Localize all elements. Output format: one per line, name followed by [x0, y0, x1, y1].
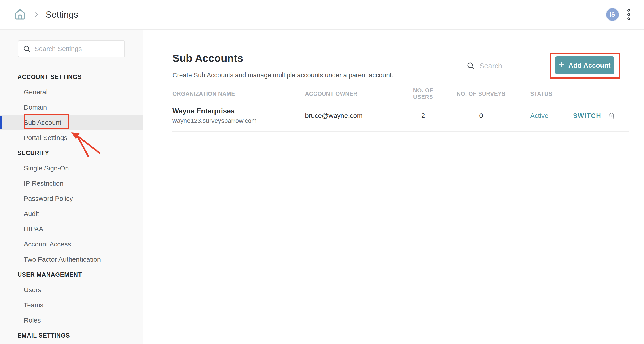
plus-icon: + — [559, 60, 564, 70]
sidebar-section-security: SECURITY — [0, 146, 143, 160]
table-row: Wayne Enterprises wayne123.surveysparrow… — [172, 100, 629, 132]
add-account-button[interactable]: + Add Account — [555, 56, 614, 74]
delete-account-button[interactable] — [608, 112, 616, 120]
page-subtitle: Create Sub Accounts and manage multiple … — [172, 72, 393, 79]
sidebar-item-hipaa[interactable]: HIPAA — [0, 222, 143, 237]
surveys-count-cell: 0 — [441, 112, 521, 120]
search-icon — [23, 45, 31, 53]
avatar[interactable]: IS — [606, 8, 620, 22]
column-header-no-of-users: NO. OF USERS — [405, 87, 441, 100]
sidebar-item-single-sign-on[interactable]: Single Sign-On — [0, 160, 143, 176]
sidebar-section-email-settings: EMAIL SETTINGS — [0, 328, 143, 343]
breadcrumb-chevron-icon — [33, 11, 40, 18]
kebab-menu-icon[interactable] — [626, 8, 632, 22]
sidebar-item-portal-settings[interactable]: Portal Settings — [0, 130, 143, 146]
column-header-no-of-surveys: NO. OF SURVEYS — [441, 90, 521, 97]
status-badge: Active — [521, 112, 562, 120]
sidebar-item-sub-account[interactable]: Sub Account — [0, 115, 143, 130]
table-search-input[interactable] — [480, 62, 531, 70]
sidebar-item-general[interactable]: General — [0, 84, 143, 100]
sidebar-item-teams[interactable]: Teams — [0, 298, 143, 313]
sidebar-search-input[interactable] — [34, 45, 120, 52]
home-icon — [14, 8, 26, 21]
page-title: Sub Accounts — [172, 52, 243, 64]
switch-button[interactable]: SWITCH — [573, 112, 601, 120]
table-search — [466, 60, 531, 71]
avatar-initials: IS — [610, 11, 616, 18]
sidebar-section-account-settings: ACCOUNT SETTINGS — [0, 69, 143, 84]
sub-accounts-page: Sub Accounts Create Sub Accounts and man… — [144, 30, 644, 344]
top-header: Settings IS — [0, 0, 644, 30]
settings-sidebar: ACCOUNT SETTINGS General Domain Sub Acco… — [0, 30, 143, 344]
table-header-row: ORGANIZATION NAME ACCOUNT OWNER NO. OF U… — [172, 87, 629, 100]
sidebar-item-ip-restriction[interactable]: IP Restriction — [0, 176, 143, 191]
sidebar-search-box — [18, 40, 125, 57]
organization-domain: wayne123.surveysparrow.com — [172, 117, 305, 124]
column-header-status: STATUS — [521, 90, 562, 97]
search-icon — [466, 62, 475, 70]
sidebar-item-audit[interactable]: Audit — [0, 206, 143, 222]
column-header-account-owner: ACCOUNT OWNER — [305, 90, 405, 97]
home-link[interactable] — [14, 8, 26, 21]
sidebar-item-domain[interactable]: Domain — [0, 100, 143, 115]
trash-icon — [608, 112, 616, 120]
sidebar-item-roles[interactable]: Roles — [0, 313, 143, 328]
sidebar-item-two-factor-authentication[interactable]: Two Factor Authentication — [0, 252, 143, 267]
breadcrumb-current: Settings — [46, 10, 78, 20]
organization-cell: Wayne Enterprises wayne123.surveysparrow… — [172, 107, 305, 124]
account-owner-cell: bruce@wayne.com — [305, 112, 405, 120]
row-actions: SWITCH — [562, 112, 629, 120]
sidebar-item-account-access[interactable]: Account Access — [0, 237, 143, 252]
sub-accounts-table: ORGANIZATION NAME ACCOUNT OWNER NO. OF U… — [172, 87, 629, 132]
column-header-organization-name: ORGANIZATION NAME — [172, 90, 305, 97]
settings-nav: ACCOUNT SETTINGS General Domain Sub Acco… — [0, 69, 143, 343]
add-account-label: Add Account — [568, 62, 611, 69]
page-header: Sub Accounts Create Sub Accounts and man… — [144, 30, 644, 87]
sidebar-item-users[interactable]: Users — [0, 282, 143, 298]
organization-name: Wayne Enterprises — [172, 107, 305, 115]
users-count-cell: 2 — [405, 112, 441, 120]
sidebar-item-password-policy[interactable]: Password Policy — [0, 191, 143, 206]
sidebar-section-user-management: USER MANAGEMENT — [0, 267, 143, 282]
